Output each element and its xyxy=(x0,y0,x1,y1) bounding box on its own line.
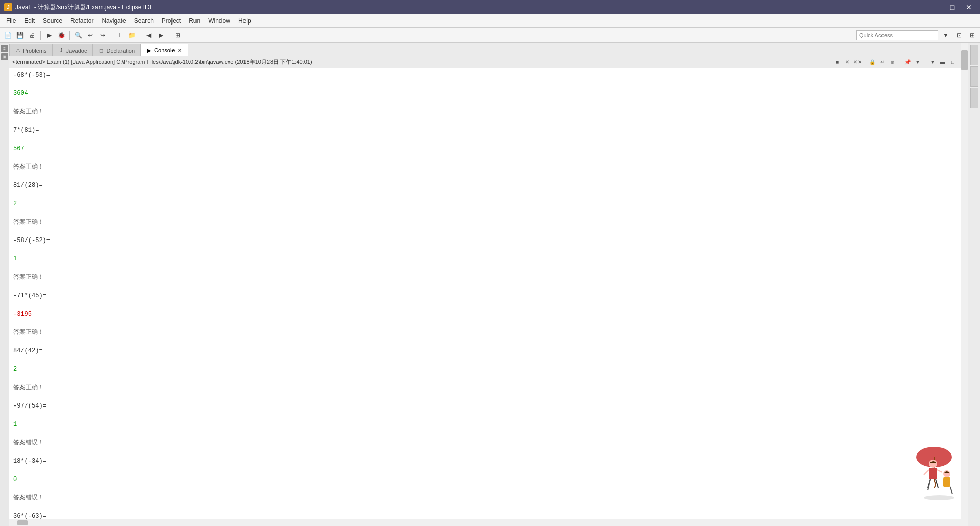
menu-navigate[interactable]: Navigate xyxy=(97,16,130,26)
toolbar-separator-5 xyxy=(169,31,169,40)
console-line: -97/(54)= xyxy=(13,401,957,411)
toolbar-open-type-btn[interactable]: T xyxy=(114,30,125,41)
tab-javadoc[interactable]: J Javadoc xyxy=(52,44,92,56)
console-clear-btn[interactable]: 🗑 xyxy=(888,58,897,67)
console-sep-3 xyxy=(925,58,925,67)
quick-access-input[interactable] xyxy=(856,30,938,40)
toolbar-save-btn[interactable]: 💾 xyxy=(14,30,26,41)
menu-window[interactable]: Window xyxy=(204,16,234,26)
console-word-wrap-btn[interactable]: ↵ xyxy=(878,58,887,67)
declaration-icon: ◻ xyxy=(98,47,104,54)
console-line: -71*(45)= xyxy=(13,291,957,300)
console-pin-btn[interactable]: 📌 xyxy=(903,58,912,67)
console-line: 7*(81)= xyxy=(13,126,957,135)
toolbar-undo-btn[interactable]: ↩ xyxy=(85,30,96,41)
sidebar-icon-1[interactable]: ≡ xyxy=(1,45,8,52)
console-line: 18*(-34)= xyxy=(13,457,957,466)
console-line: 84/(42)= xyxy=(13,346,957,355)
toolbar-run-btn[interactable]: ▶ xyxy=(43,30,55,41)
toolbar-print-btn[interactable]: 🖨 xyxy=(27,30,38,41)
tab-console-label: Console xyxy=(154,47,175,53)
console-line: 3604 xyxy=(13,89,957,98)
title-bar-controls: — □ ✕ xyxy=(929,2,976,13)
menu-project[interactable]: Project xyxy=(158,16,185,26)
console-terminate-btn[interactable]: ■ xyxy=(832,58,842,67)
right-panel-icon-3[interactable] xyxy=(970,88,978,108)
toolbar-open-res-btn[interactable]: 📁 xyxy=(126,30,137,41)
left-sidebar: ≡ ⊞ xyxy=(0,43,9,526)
tab-problems[interactable]: ⚠ Problems xyxy=(9,44,52,56)
toolbar-redo-btn[interactable]: ↪ xyxy=(97,30,108,41)
bottom-scrollbar[interactable] xyxy=(9,519,961,526)
console-line: 36*(-63)= xyxy=(13,512,957,519)
right-panel-icon-2[interactable] xyxy=(970,66,978,87)
right-panel xyxy=(968,43,980,526)
content-area: ⚠ Problems J Javadoc ◻ Declaration ▶ Con… xyxy=(9,43,961,526)
right-scrollbar[interactable] xyxy=(961,43,968,526)
toolbar-next-edit-btn[interactable]: ▶ xyxy=(155,30,166,41)
toolbar-prev-edit-btn[interactable]: ◀ xyxy=(143,30,154,41)
sidebar-icon-2[interactable]: ⊞ xyxy=(1,53,8,60)
toolbar-layout-btn[interactable]: ⊡ xyxy=(953,30,965,41)
tab-console[interactable]: ▶ Console ✕ xyxy=(140,44,188,56)
toolbar-perspective-switch-btn[interactable]: ⊞ xyxy=(967,30,978,41)
toolbar-debug-btn[interactable]: 🐞 xyxy=(56,30,67,41)
toolbar: 📄 💾 🖨 ▶ 🐞 🔍 ↩ ↪ T 📁 ◀ ▶ ⊞ ▼ ⊡ ⊞ xyxy=(0,28,980,43)
quick-access-menu-btn[interactable]: ▼ xyxy=(940,30,951,41)
toolbar-new-btn[interactable]: 📄 xyxy=(2,30,13,41)
close-button[interactable]: ✕ xyxy=(962,2,976,13)
menu-bar: File Edit Source Refactor Navigate Searc… xyxy=(0,14,980,28)
menu-refactor[interactable]: Refactor xyxy=(66,16,97,26)
tab-problems-label: Problems xyxy=(23,47,46,54)
console-view-menu-btn[interactable]: ▼ xyxy=(928,58,937,67)
console-icon: ▶ xyxy=(146,47,152,53)
console-line: 567 xyxy=(13,144,957,153)
menu-file[interactable]: File xyxy=(2,16,20,26)
console-line: 答案正确！ xyxy=(13,383,957,392)
console-close-btn[interactable]: ✕ xyxy=(177,47,183,53)
console-line: 1 xyxy=(13,254,957,264)
toolbar-separator-1 xyxy=(40,31,41,40)
title-bar: J JavaE - 计算器/src/计算器/Exam.java - Eclips… xyxy=(0,0,980,14)
console-line: 答案正确！ xyxy=(13,273,957,282)
title-bar-left: J JavaE - 计算器/src/计算器/Exam.java - Eclips… xyxy=(4,3,154,12)
console-toolbar: <terminated> Exam (1) [Java Application]… xyxy=(9,56,961,68)
console-line: 2 xyxy=(13,199,957,208)
tabs-bar: ⚠ Problems J Javadoc ◻ Declaration ▶ Con… xyxy=(9,43,961,56)
console-remove-all-btn[interactable]: ✕✕ xyxy=(853,58,862,67)
console-line: -58/(-52)= xyxy=(13,236,957,245)
tab-javadoc-label: Javadoc xyxy=(66,47,87,54)
bottom-scroll-thumb[interactable] xyxy=(17,520,28,525)
problems-icon: ⚠ xyxy=(15,47,21,54)
right-panel-icon-1[interactable] xyxy=(970,45,978,65)
console-output: -68*(-53)=3604答案正确！7*(81)=567答案正确！81/(28… xyxy=(9,68,961,519)
maximize-button[interactable]: □ xyxy=(945,2,960,13)
console-line: 答案正确！ xyxy=(13,107,957,116)
console-sep-1 xyxy=(865,58,865,67)
console-line: 答案错误！ xyxy=(13,438,957,447)
menu-run[interactable]: Run xyxy=(185,16,204,26)
console-minimize-btn[interactable]: ▬ xyxy=(938,58,947,67)
toolbar-perspective-btn[interactable]: ⊞ xyxy=(172,30,183,41)
menu-source[interactable]: Source xyxy=(39,16,66,26)
scrollbar-thumb[interactable] xyxy=(961,50,968,70)
minimize-button[interactable]: — xyxy=(929,2,943,13)
main-layout: ≡ ⊞ ⚠ Problems J Javadoc ◻ Declaration ▶… xyxy=(0,43,980,526)
tab-declaration[interactable]: ◻ Declaration xyxy=(92,44,140,56)
console-line: 答案正确！ xyxy=(13,218,957,227)
console-line: 81/(28)= xyxy=(13,181,957,190)
console-line: -3195 xyxy=(13,309,957,319)
console-line: 0 xyxy=(13,475,957,484)
menu-help[interactable]: Help xyxy=(234,16,255,26)
toolbar-separator-2 xyxy=(69,31,70,40)
menu-edit[interactable]: Edit xyxy=(20,16,39,26)
console-remove-btn[interactable]: ✕ xyxy=(843,58,852,67)
toolbar-search-btn[interactable]: 🔍 xyxy=(72,30,84,41)
console-sep-2 xyxy=(900,58,900,67)
console-maximize-btn[interactable]: □ xyxy=(948,58,958,67)
toolbar-separator-3 xyxy=(111,31,111,40)
menu-search[interactable]: Search xyxy=(130,16,158,26)
console-open-console-btn[interactable]: ▼ xyxy=(913,58,922,67)
javadoc-icon: J xyxy=(58,47,64,54)
console-scroll-lock-btn[interactable]: 🔒 xyxy=(868,58,877,67)
